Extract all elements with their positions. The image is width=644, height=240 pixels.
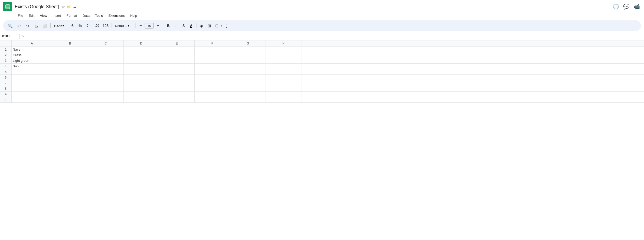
cell-10-I[interactable]	[301, 97, 337, 102]
cell-8-I[interactable]	[301, 86, 337, 91]
cell-6-H[interactable]	[266, 75, 301, 80]
cell-5-H[interactable]	[266, 69, 301, 74]
more-options-button[interactable]: ⋮	[223, 22, 230, 30]
cell-8-D[interactable]	[124, 86, 159, 91]
cell-9-G[interactable]	[230, 92, 266, 97]
cell-4-G[interactable]	[230, 64, 266, 69]
menu-edit[interactable]: Edit	[26, 13, 37, 19]
cell-4-F[interactable]	[195, 64, 230, 69]
cell-3-A[interactable]: Light green	[12, 58, 52, 63]
col-header-h[interactable]: H	[266, 40, 301, 47]
cell-7-A[interactable]	[12, 80, 52, 86]
cell-2-B[interactable]	[52, 52, 88, 58]
inc-decimals-button[interactable]: .00	[93, 23, 101, 28]
currency-button[interactable]: £	[69, 23, 76, 28]
cell-5-F[interactable]	[195, 69, 230, 74]
cell-8-G[interactable]	[230, 86, 266, 91]
cell-2-I[interactable]	[301, 52, 337, 58]
cell-9-E[interactable]	[159, 92, 195, 97]
bold-button[interactable]: B	[165, 23, 172, 28]
cell-9-H[interactable]	[266, 92, 301, 97]
cell-10-A[interactable]	[12, 97, 52, 102]
cell-6-A[interactable]	[12, 75, 52, 80]
row-num-9[interactable]: 9	[0, 92, 12, 97]
star-icon[interactable]: ☆	[61, 4, 65, 9]
menu-file[interactable]: File	[15, 13, 26, 19]
comment-icon[interactable]: 💬	[623, 4, 630, 10]
percent-button[interactable]: %	[76, 23, 84, 28]
fill-color-button[interactable]: ◈	[198, 23, 205, 29]
cell-3-B[interactable]	[52, 58, 88, 63]
col-header-b[interactable]: B	[52, 40, 88, 47]
cell-2-A[interactable]: Grass	[12, 52, 52, 58]
cell-6-D[interactable]	[124, 75, 159, 80]
history-icon[interactable]: 🕐	[613, 4, 619, 10]
italic-button[interactable]: I	[172, 23, 179, 28]
cell-5-E[interactable]	[159, 69, 195, 74]
strikethrough-button[interactable]: S	[180, 23, 187, 28]
cell-7-F[interactable]	[195, 80, 230, 86]
cell-10-H[interactable]	[266, 97, 301, 102]
cell-6-C[interactable]	[88, 75, 124, 80]
text-color-button[interactable]: A	[188, 23, 195, 28]
cell-2-H[interactable]	[266, 52, 301, 58]
cell-1-G[interactable]	[230, 47, 266, 52]
cell-7-D[interactable]	[124, 80, 159, 86]
cell-9-F[interactable]	[195, 92, 230, 97]
cell-4-E[interactable]	[159, 64, 195, 69]
cell-2-E[interactable]	[159, 52, 195, 58]
menu-format[interactable]: Format	[64, 13, 80, 19]
row-num-4[interactable]: 4	[0, 64, 12, 69]
row-num-8[interactable]: 8	[0, 86, 12, 91]
cell-8-C[interactable]	[88, 86, 124, 91]
cell-8-B[interactable]	[52, 86, 88, 91]
row-num-5[interactable]: 5	[0, 69, 12, 74]
col-header-c[interactable]: C	[88, 40, 124, 47]
cell-4-H[interactable]	[266, 64, 301, 69]
cell-9-I[interactable]	[301, 92, 337, 97]
cell-5-I[interactable]	[301, 69, 337, 74]
merge-button[interactable]: ⊟	[213, 23, 220, 29]
cell-5-G[interactable]	[230, 69, 266, 74]
cell-1-F[interactable]	[195, 47, 230, 52]
row-num-6[interactable]: 6	[0, 75, 12, 80]
cell-3-C[interactable]	[88, 58, 124, 63]
cell-2-F[interactable]	[195, 52, 230, 58]
cell-ref-box[interactable]: K18 ▾	[2, 34, 17, 38]
print-button[interactable]: 🖨	[32, 22, 40, 30]
cell-5-D[interactable]	[124, 69, 159, 74]
folder-icon[interactable]: 📁	[67, 5, 71, 9]
cell-3-D[interactable]	[124, 58, 159, 63]
merge-chevron[interactable]: ▾	[221, 24, 222, 27]
borders-button[interactable]: ⊞	[206, 23, 213, 29]
cell-9-C[interactable]	[88, 92, 124, 97]
font-size-box[interactable]: 10	[145, 23, 154, 28]
menu-help[interactable]: Help	[128, 13, 140, 19]
zoom-selector[interactable]: 100% ▾	[52, 23, 66, 28]
cell-8-H[interactable]	[266, 86, 301, 91]
cell-6-I[interactable]	[301, 75, 337, 80]
undo-button[interactable]: ↩	[15, 22, 23, 30]
menu-insert[interactable]: Insert	[50, 13, 64, 19]
cell-1-A[interactable]: Navy	[12, 47, 52, 52]
cell-7-E[interactable]	[159, 80, 195, 86]
dec-decimals-button[interactable]: .0←	[84, 23, 93, 28]
cell-10-C[interactable]	[88, 97, 124, 102]
cell-9-D[interactable]	[124, 92, 159, 97]
cell-6-G[interactable]	[230, 75, 266, 80]
cell-6-F[interactable]	[195, 75, 230, 80]
cell-6-B[interactable]	[52, 75, 88, 80]
cell-4-A[interactable]: Sun	[12, 64, 52, 69]
cell-7-G[interactable]	[230, 80, 266, 86]
cell-2-D[interactable]	[124, 52, 159, 58]
menu-view[interactable]: View	[37, 13, 50, 19]
cell-5-C[interactable]	[88, 69, 124, 74]
cell-1-E[interactable]	[159, 47, 195, 52]
format-123-button[interactable]: 123	[101, 23, 110, 28]
font-selector[interactable]: Defaul... ▾	[113, 23, 134, 28]
col-header-e[interactable]: E	[159, 40, 195, 47]
cell-5-B[interactable]	[52, 69, 88, 74]
cell-6-E[interactable]	[159, 75, 195, 80]
cell-3-E[interactable]	[159, 58, 195, 63]
cell-9-A[interactable]	[12, 92, 52, 97]
